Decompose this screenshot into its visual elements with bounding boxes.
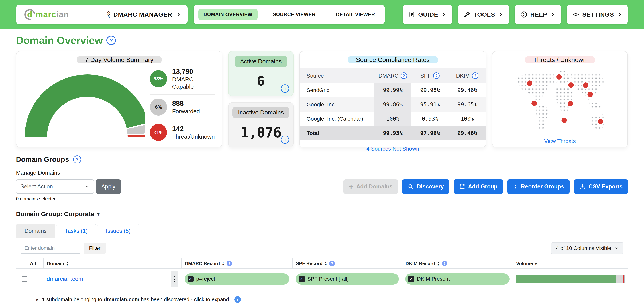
help-icon[interactable]: ?	[226, 261, 232, 266]
action-select-value: Select Action ...	[20, 183, 59, 190]
search-icon	[408, 183, 414, 190]
note-domain: dmarcian.com	[104, 297, 140, 303]
dmarc-record-column-header[interactable]: DMARC Record ▲▼ ?	[181, 258, 292, 269]
threats-title: Threats / Unknown	[525, 56, 595, 63]
threat-map	[497, 66, 622, 138]
table-total-row: Total 99.93% 97.96% 99.46%	[300, 126, 486, 140]
group-action-buttons: + Add Domains Discovery Add Group Reorde…	[344, 179, 628, 194]
info-icon[interactable]: i	[234, 296, 241, 303]
stat-percent-badge: 6%	[150, 99, 167, 116]
action-select[interactable]: Select Action ...	[16, 179, 94, 194]
sort-desc-icon: ▾	[535, 261, 537, 266]
dkim-record-column-header[interactable]: DKIM Record ▲▼ ?	[402, 258, 513, 269]
stat-percent-badge: 93%	[150, 70, 167, 87]
chevron-right-icon	[498, 12, 503, 17]
domain-column-header[interactable]: Domain ▲▼	[44, 258, 181, 269]
top-navigation-bar: dmarcian ◇◇◇ DMARC MANAGER DOMAIN OVERVI…	[0, 0, 644, 29]
domains-panel: Filter 4 of 10 Columns Visible All Domai…	[16, 238, 628, 304]
help-icon[interactable]: ?	[433, 72, 440, 79]
tab-issues[interactable]: Issues (5)	[97, 224, 139, 238]
chevron-right-icon	[441, 12, 446, 17]
volume-bar	[516, 275, 624, 283]
note-prefix: 1 subdomain belonging to	[42, 297, 102, 303]
row-checkbox[interactable]	[22, 276, 27, 282]
guide-menu[interactable]: GUIDE	[402, 5, 452, 24]
spf-record-badge[interactable]: ✓ SPF Present [-all]	[296, 273, 399, 285]
subdomain-expand-row[interactable]: ▸ 1 subdomain belonging to dmarcian.com …	[16, 289, 628, 304]
view-threats-link[interactable]: View Threats	[544, 138, 576, 144]
help-icon[interactable]: ?	[329, 261, 335, 266]
page-help-icon[interactable]: ?	[106, 36, 116, 45]
add-domains-button[interactable]: + Add Domains	[344, 179, 398, 194]
group-tabs: Domains Tasks (1) Issues (5)	[16, 224, 628, 238]
domain-filter-input[interactable]	[20, 243, 80, 254]
plus-icon: +	[349, 183, 354, 190]
inactive-domains-count: 1,076	[240, 124, 281, 141]
settings-label: SETTINGS	[582, 11, 614, 18]
tab-detail-viewer[interactable]: DETAIL VIEWER	[331, 9, 380, 20]
add-group-button[interactable]: Add Group	[454, 179, 503, 194]
volume-summary-card: 7 Day Volume Summary 93% 13,790 DMARC Ca…	[16, 51, 222, 148]
active-domains-count: 6	[257, 73, 264, 89]
gear-icon	[572, 11, 580, 18]
svg-text:?: ?	[523, 13, 525, 16]
check-icon: ✓	[188, 276, 194, 282]
stat-dmarc-capable: 93% 13,790 DMARC Capable	[150, 63, 215, 94]
dmarc-record-badge[interactable]: ✓ p=reject	[184, 273, 289, 285]
dmarcian-logo[interactable]: dmarcian	[24, 9, 69, 20]
stat-value: 888	[172, 99, 200, 108]
logo-ian: ian	[56, 9, 69, 19]
csv-exports-button[interactable]: CSV Exports	[574, 179, 628, 194]
product-menu-dmarc-manager[interactable]: ◇◇◇ DMARC MANAGER	[108, 11, 181, 18]
tab-domains[interactable]: Domains	[16, 224, 55, 238]
col-source: Source	[300, 68, 374, 83]
help-icon[interactable]: ?	[442, 261, 447, 266]
settings-menu[interactable]: SETTINGS	[567, 5, 628, 24]
active-domains-title: Active Domains	[234, 56, 287, 67]
help-icon[interactable]: ?	[400, 72, 407, 79]
domain-groups-heading: Domain Groups	[16, 155, 69, 163]
discovery-button[interactable]: Discovery	[402, 179, 449, 194]
reorder-groups-button[interactable]: Reorder Groups	[507, 179, 570, 194]
sources-not-shown-link[interactable]: 4 Sources Not Shown	[366, 146, 419, 152]
chevron-right-icon	[617, 12, 622, 17]
stat-value: 142	[172, 125, 215, 133]
stat-threat-unknown: <1% 142 Threat/Unknown	[150, 120, 215, 145]
tools-menu[interactable]: TOOLS	[458, 5, 509, 24]
tab-source-viewer[interactable]: SOURCE VIEWER	[268, 9, 321, 20]
volume-summary-title: 7 Day Volume Summary	[76, 56, 162, 63]
help-menu[interactable]: ? HELP	[514, 5, 561, 24]
inactive-domains-title: Inactive Domains	[232, 107, 289, 118]
info-icon[interactable]: i	[281, 84, 289, 93]
download-icon	[580, 183, 586, 190]
object-group-icon	[459, 183, 465, 190]
wrench-icon	[464, 11, 470, 18]
filter-button[interactable]: Filter	[84, 243, 106, 254]
stat-label: DMARC Capable	[172, 76, 215, 90]
compliance-table: Source DMARC? SPF? DKIM? SendGrid 99.99%…	[300, 68, 486, 140]
threats-card: Threats / Unknown	[492, 51, 628, 148]
domain-group-label[interactable]: Domain Group: Corporate	[16, 210, 94, 218]
sort-icon: ▲▼	[66, 261, 68, 266]
spf-record-column-header[interactable]: SPF Record ▲▼ ?	[292, 258, 402, 269]
columns-visible-dropdown[interactable]: 4 of 10 Columns Visible	[551, 242, 624, 254]
table-row: Google, Inc. (Calendar) 100% 0.93% 100%	[300, 112, 486, 126]
tab-domain-overview[interactable]: DOMAIN OVERVIEW	[198, 9, 258, 20]
dkim-record-badge[interactable]: ✓ DKIM Present	[405, 273, 510, 285]
select-all-checkbox[interactable]	[22, 261, 27, 266]
info-icon[interactable]: i	[281, 136, 289, 144]
apply-button[interactable]: Apply	[96, 179, 121, 194]
page-title: Domain Overview	[16, 34, 103, 46]
stacked-diamonds-icon: ◇◇◇	[108, 11, 110, 18]
domain-link[interactable]: dmarcian.com	[47, 276, 83, 282]
summary-cards-row: 7 Day Volume Summary 93% 13,790 DMARC Ca…	[16, 51, 628, 148]
gauge-arc	[25, 74, 145, 138]
caret-down-icon[interactable]: ▾	[97, 211, 100, 217]
row-kebab-menu[interactable]: ⋮	[171, 271, 178, 287]
chevron-right-icon	[176, 12, 181, 17]
domain-groups-help-icon[interactable]: ?	[73, 155, 81, 163]
stat-label: Threat/Unknown	[172, 133, 215, 140]
tab-tasks[interactable]: Tasks (1)	[56, 224, 96, 238]
help-icon[interactable]: ?	[472, 72, 478, 79]
volume-column-header[interactable]: Volume ▾	[513, 258, 628, 269]
